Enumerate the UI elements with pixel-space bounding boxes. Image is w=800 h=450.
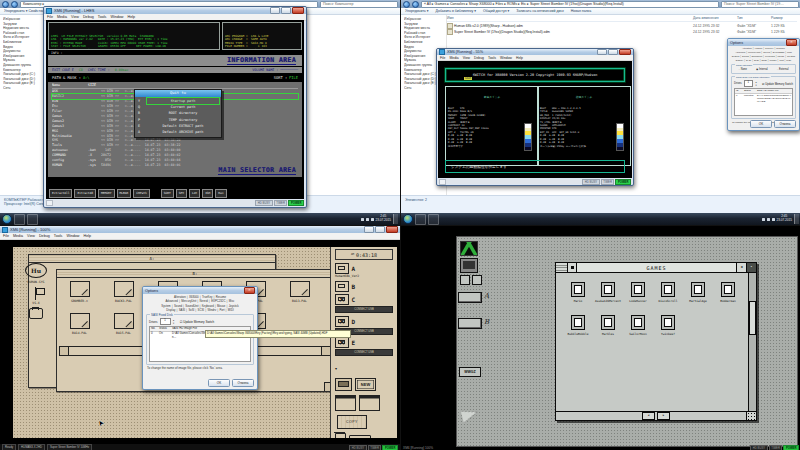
dialog-titlebar[interactable]: Options ✕ [728, 39, 799, 46]
tray-icon[interactable] [366, 218, 369, 221]
drive-a-icon[interactable] [458, 292, 482, 303]
maximize-button[interactable] [608, 49, 618, 56]
vertical-scrollbar[interactable] [748, 273, 756, 413]
xm6-window-lhes[interactable]: XM6 [Running] - LHES FileMediaViewDebugT… [43, 6, 307, 208]
menu-item[interactable]: View [27, 234, 35, 238]
small-tools-icons[interactable] [460, 275, 482, 285]
taskbar-app-explorer[interactable] [14, 214, 25, 225]
toolbar-button[interactable]: Новая папка [571, 8, 591, 14]
radio-option[interactable]: ◉ Internal [756, 68, 768, 71]
minimize-button[interactable] [270, 7, 280, 14]
window-title[interactable]: A: [29, 255, 275, 263]
menu-item[interactable]: Window [500, 56, 512, 60]
menu-item[interactable]: Tools [488, 56, 496, 60]
close-icon[interactable]: ✕ [786, 39, 797, 46]
function-button[interactable]: ISH [202, 189, 213, 198]
function-button[interactable]: CHPath [133, 189, 149, 198]
menu-item[interactable]: Tools [98, 15, 107, 19]
minimize-button[interactable] [364, 226, 374, 233]
xm6-titlebar[interactable]: XM6 [Running] - 100% [0, 226, 400, 233]
tray-icon[interactable] [767, 218, 770, 221]
spinner-arrows-icon[interactable]: ▲▼ [173, 319, 175, 323]
radio-option[interactable]: ○ External [777, 68, 789, 71]
scroll-left-button[interactable] [60, 347, 69, 355]
file-icon-item[interactable]: SBOMBER.x [62, 281, 97, 303]
file-icon-item[interactable]: BA14.PAL [62, 313, 97, 335]
scroll-right-button[interactable]: ▸ [657, 412, 670, 420]
xm6-titlebar[interactable]: XM6 [Running] - LHES [44, 7, 306, 14]
chevron-down-icon[interactable]: ▾ [335, 366, 337, 371]
tray-icon[interactable] [371, 218, 374, 221]
menu-item[interactable]: Tools [54, 234, 63, 238]
menu-item[interactable]: Window [110, 15, 123, 19]
menu-item[interactable]: Help [516, 56, 523, 60]
window-title[interactable]: B: [57, 270, 333, 278]
scsi-image-list[interactable]: ID Status SCSI HD Image File 0 Mounted D… [734, 88, 793, 116]
game-icon-item[interactable]: Twinbee? [655, 315, 681, 336]
tool-icon[interactable] [472, 275, 482, 285]
function-button[interactable]: MLBAR [117, 189, 132, 198]
menu-item[interactable]: View [463, 56, 470, 60]
taskbar-app-xm6[interactable] [27, 214, 38, 225]
connect-usb-button[interactable]: CONNECT USB [335, 349, 393, 356]
window-frame-icon[interactable] [359, 395, 380, 411]
maximize-button[interactable] [375, 226, 385, 233]
search-input[interactable]: Поиск: Компьютер [320, 1, 398, 8]
forward-button[interactable] [412, 1, 419, 8]
scsi-image-row[interactable]: 0 Mounted D:\All Games\Consoles\Sharp X6… [735, 94, 792, 104]
menu-item[interactable]: Debug [83, 15, 94, 19]
sidebar-item[interactable]: Сеть [3, 86, 45, 91]
file-icon-item[interactable]: BACK3.PAL [106, 281, 141, 303]
close-button[interactable] [619, 49, 631, 56]
menu-item[interactable]: Debug [474, 56, 484, 60]
spinner-arrows-icon[interactable]: ▲▼ [755, 81, 757, 85]
function-button[interactable]: SORT [161, 189, 174, 198]
floppy-slot-a[interactable]: A [335, 263, 397, 274]
minimize-button[interactable] [597, 49, 607, 56]
toolbar-button[interactable]: Общий доступ ▾ [483, 8, 509, 14]
tab-row-4[interactable]: Display │ SASI │ SxSI │ SCSI │ Windrv │ … [730, 59, 797, 63]
cancel-button[interactable]: Отмена [232, 379, 254, 387]
back-button[interactable] [403, 1, 410, 8]
games-window[interactable]: GAMES ◂ ▪ MarioAsuka120PercentLodeRunner… [555, 262, 757, 421]
game-icon-item[interactable]: BubbleBobble [565, 315, 591, 336]
window-title[interactable]: GAMES [577, 263, 737, 272]
human-sys-icon-item[interactable]: Hu HUMAN.SYS [19, 263, 54, 284]
maximize-button[interactable] [281, 7, 291, 14]
window-option-button[interactable] [568, 263, 577, 272]
game-icon-item[interactable]: MartialAge [685, 282, 711, 303]
menu-item[interactable]: Help [128, 15, 136, 19]
function-button[interactable]: Run [215, 189, 226, 198]
radio-option[interactable]: ○ None [739, 68, 748, 71]
game-icon-item[interactable]: LodeRunner [625, 282, 651, 303]
tab-row-1[interactable]: Alteration │ X68000 │ TrueKey │ Resume [145, 295, 255, 299]
function-button[interactable]: Extract48 [74, 189, 96, 198]
scroll-right-button[interactable] [321, 347, 330, 355]
x68000-logo-icon[interactable] [460, 241, 478, 256]
close-icon[interactable]: ✕ [244, 287, 255, 294]
tray-icon[interactable] [361, 218, 364, 221]
copy-tool[interactable]: COPY [337, 415, 367, 429]
usb-drive-slot[interactable]: E CONNECT USB [331, 337, 397, 356]
update-memory-checkbox[interactable]: ☑ Update Memory Switch [762, 82, 793, 86]
case-icon[interactable] [349, 435, 371, 438]
drives-spinner[interactable]: 1 [160, 318, 171, 325]
close-button[interactable] [386, 226, 398, 233]
back-button[interactable] [2, 1, 9, 8]
floppy-slot-b[interactable]: B [335, 281, 397, 292]
function-button[interactable]: ExtractAll [49, 189, 72, 198]
new-window-button[interactable]: NEW [355, 378, 376, 391]
function-button[interactable]: MEMORY [98, 189, 114, 198]
toolbar-button[interactable]: Записать на оптический диск [516, 8, 563, 14]
function-button[interactable]: LZX [189, 189, 200, 198]
show-desktop-button[interactable] [393, 214, 398, 224]
tray-icon[interactable] [762, 218, 765, 221]
search-input[interactable]: Поиск: Super Street Bomber IV (19… [721, 1, 799, 8]
quit-menu-item[interactable]: ADefault ARCHIVE path [137, 129, 219, 135]
column-size[interactable]: Размер [771, 16, 797, 21]
game-icon-item[interactable]: Marbles [595, 315, 621, 336]
tab-row-3[interactable]: System │ Sound │ SoundUnit │ Keyboard │ … [730, 55, 797, 59]
toolbar-button[interactable]: Упорядочить ▾ [405, 8, 429, 14]
menu-item[interactable]: Media [449, 56, 458, 60]
file-row[interactable]: Super Street Bomber IV (19xx)(Dragon Stu… [447, 29, 797, 35]
